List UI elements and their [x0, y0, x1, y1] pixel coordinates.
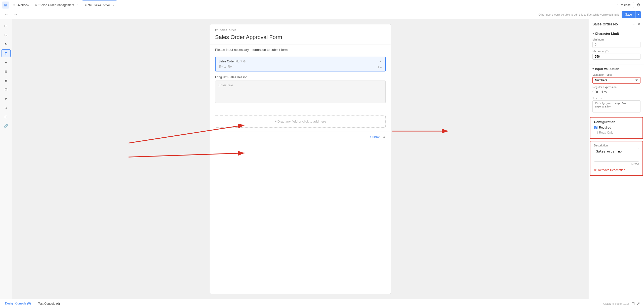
table-icon: ⊞	[5, 115, 7, 119]
release-button[interactable]: ↑ Release	[614, 2, 634, 8]
sidebar-item-list[interactable]: ≡	[2, 58, 11, 66]
min-field-row: Minimum	[592, 38, 640, 48]
help-icon[interactable]: ?	[240, 60, 242, 63]
max-help-icon[interactable]: (?)	[605, 50, 609, 53]
min-input[interactable]	[592, 42, 640, 48]
max-input[interactable]	[592, 54, 640, 60]
test-text-input[interactable]	[592, 100, 640, 112]
form-subtitle: Please input necessary information to su…	[215, 48, 386, 52]
character-limit-section: ▾ Character Limit Minimum Maximum (?)	[589, 29, 644, 64]
sidebar-item-table[interactable]: ⊞	[2, 113, 11, 121]
tab-salse-order-close[interactable]: ×	[77, 3, 78, 7]
sidebar-item-link[interactable]: 🔗	[2, 122, 11, 130]
field-sales-reason-wrapper: Long text-Sales Reason Enter Text	[215, 75, 386, 103]
form-settings-gear[interactable]: ⚙	[382, 135, 386, 139]
save-dropdown[interactable]: ▾	[635, 11, 641, 18]
design-console-tab[interactable]: Design Console (0)	[4, 299, 32, 308]
desc-textarea[interactable]: Salse order no	[594, 148, 639, 162]
edit-hint: Other users won't be able to edit this a…	[538, 13, 619, 16]
sales-order-no-label: Sales Order No ? ⚙	[219, 60, 382, 63]
add-field-area[interactable]: + Drag any field or click to add here	[215, 115, 386, 128]
add-field-label: + Drag any field or click to add here	[275, 120, 326, 123]
configuration-section: Configuration Required Read Only	[590, 117, 643, 139]
test-console-tab[interactable]: Test Console (0)	[37, 299, 61, 308]
readonly-row: Read Only	[594, 131, 639, 134]
regex-label: Regular Expression:	[592, 86, 640, 89]
tab-salse-order-icon: »	[35, 3, 37, 7]
tab-fm-sales-order[interactable]: ≡ *fm_sales_order ×	[82, 1, 117, 10]
sidebar-item-checkbox[interactable]: ☑	[2, 86, 11, 94]
readonly-label: Read Only	[599, 131, 613, 134]
footer-text: CSDN @Seele_1018	[603, 302, 629, 305]
form-fields: Sales Order No ? ⚙ Enter Text ⋮ T↔ Long …	[210, 53, 391, 111]
regex-value: ^[0-9]*$	[592, 89, 640, 95]
field-sales-order-no[interactable]: Sales Order No ? ⚙ Enter Text ⋮ T↔	[215, 57, 386, 71]
back-button[interactable]: ←	[3, 12, 10, 17]
forward-button[interactable]: →	[12, 12, 19, 17]
left-sidebar: H₁ H₂ Aₐ T ≡ ⊟ ◉ ☑ # ⊙ ⊞ 🔗	[0, 19, 12, 299]
sidebar-item-controls[interactable]: ⊟	[2, 67, 11, 75]
checkbox-icon: ☑	[5, 88, 8, 92]
bottom-bar: Design Console (0) Test Console (0) CSDN…	[0, 299, 644, 308]
chevron-down-icon: ▾	[592, 32, 594, 35]
panel-close-button[interactable]: ✕	[637, 22, 640, 26]
config-header: Configuration	[594, 120, 639, 124]
sidebar-item-h2[interactable]: H₂	[2, 31, 11, 39]
sidebar-item-datetime[interactable]: ⊙	[2, 104, 11, 112]
form-subtitle-row: Please input necessary information to su…	[210, 45, 391, 53]
chevron-down-icon-2: ▾	[592, 67, 594, 70]
release-label: Release	[620, 3, 631, 7]
field-menu-dots[interactable]: ⋮	[379, 59, 383, 64]
validation-type-label: Validation Type:	[592, 73, 640, 76]
remove-description-button[interactable]: 🗑 Remove Description	[594, 167, 625, 173]
sidebar-item-radio[interactable]: ◉	[2, 76, 11, 85]
form-path: fm_sales_order	[215, 28, 386, 32]
aa-icon: Aₐ	[5, 43, 7, 46]
field-type-icon: T↔	[377, 65, 383, 69]
form-container: fm_sales_order Sales Order Approval Form…	[210, 24, 391, 294]
datetime-icon: ⊙	[5, 106, 7, 110]
right-panel-title: Sales Order No	[592, 22, 631, 26]
save-icon[interactable]: ⊡	[631, 301, 635, 306]
panel-more-button[interactable]: ⋯	[631, 22, 635, 26]
readonly-checkbox[interactable]	[594, 131, 597, 134]
settings-button[interactable]: ⚙	[635, 2, 642, 9]
sales-order-no-placeholder: Enter Text	[219, 65, 382, 68]
test-text-row: Test Text:	[592, 97, 640, 113]
form-header: fm_sales_order Sales Order Approval Form	[210, 24, 391, 45]
main-layout: H₁ H₂ Aₐ T ≡ ⊟ ◉ ☑ # ⊙ ⊞ 🔗 fm_sales_orde…	[0, 19, 644, 299]
min-label: Minimum	[592, 38, 640, 41]
text-icon: T	[5, 51, 7, 56]
toolbar2: ← → Other users won't be able to edit th…	[0, 10, 644, 19]
required-checkbox[interactable]	[594, 126, 597, 129]
validation-type-select[interactable]: None Numbers Email URL Custom	[592, 77, 640, 84]
sidebar-item-aa[interactable]: Aₐ	[2, 40, 11, 48]
input-validation-header[interactable]: ▾ Input Validation	[592, 67, 640, 71]
regex-row: Regular Expression: ^[0-9]*$	[592, 86, 640, 95]
release-icon: ↑	[617, 3, 619, 7]
character-limit-header[interactable]: ▾ Character Limit	[592, 32, 640, 35]
required-row: Required	[594, 126, 639, 129]
max-label: Maximum (?)	[592, 50, 640, 53]
number-icon: #	[5, 97, 7, 101]
gear-icon[interactable]: ⚙	[243, 60, 246, 63]
character-limit-label: Character Limit	[595, 32, 619, 35]
sidebar-item-text[interactable]: T	[2, 49, 11, 57]
tab-overview-icon: ⊞	[13, 3, 15, 7]
submit-button[interactable]: Submit	[370, 135, 380, 139]
sales-reason-placeholder: Enter Text	[218, 83, 382, 87]
sales-reason-input[interactable]: Enter Text	[215, 81, 386, 103]
link-icon: 🔗	[4, 124, 8, 128]
sidebar-item-number[interactable]: #	[2, 95, 11, 103]
tab-fm-label: *fm_sales_order	[88, 4, 110, 7]
validation-type-row: Validation Type: None Numbers Email URL …	[592, 73, 640, 84]
save-button[interactable]: Save	[622, 11, 635, 18]
sidebar-item-h1[interactable]: H₁	[2, 22, 11, 30]
input-validation-section: ▾ Input Validation Validation Type: None…	[589, 64, 644, 116]
tab-fm-close[interactable]: ×	[112, 4, 114, 7]
expand-icon[interactable]: ⤢	[637, 301, 640, 306]
tab-overview[interactable]: ⊞ Overview	[10, 1, 32, 10]
tab-salse-order[interactable]: » *Salse Order Management ×	[33, 1, 81, 10]
controls-icon: ⊟	[5, 70, 7, 73]
canvas-area: fm_sales_order Sales Order Approval Form…	[12, 19, 589, 299]
